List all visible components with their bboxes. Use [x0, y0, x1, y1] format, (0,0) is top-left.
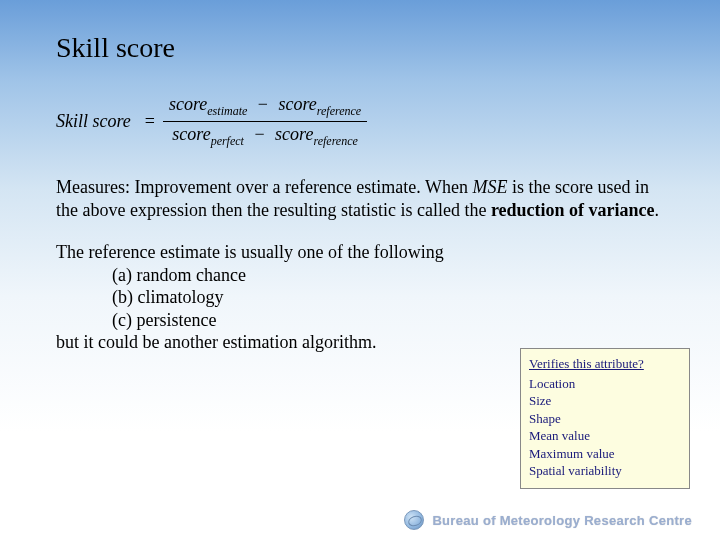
den-left: score [172, 124, 210, 144]
callout-item: Mean value [529, 427, 681, 445]
equals-sign: = [145, 111, 155, 132]
measures-period: . [655, 200, 660, 220]
callout-item: Location [529, 375, 681, 393]
option-c: (c) persistence [56, 309, 664, 332]
measures-paragraph: Measures: Improvement over a reference e… [56, 176, 664, 221]
slide-title: Skill score [56, 32, 664, 64]
reduction-of-variance: reduction of variance [491, 200, 655, 220]
callout-item: Size [529, 392, 681, 410]
num-left: score [169, 94, 207, 114]
reference-paragraph: The reference estimate is usually one of… [56, 241, 664, 354]
callout-item: Shape [529, 410, 681, 428]
num-right-sub: reference [317, 104, 361, 118]
option-b: (b) climatology [56, 286, 664, 309]
option-a: (a) random chance [56, 264, 664, 287]
measures-lead: Measures: [56, 177, 130, 197]
measures-text1: Improvement over a reference estimate. W… [130, 177, 473, 197]
num-left-sub: estimate [207, 104, 247, 118]
footer-text: Bureau of Meteorology Research Centre [432, 513, 692, 528]
den-right: score [275, 124, 313, 144]
formula-fraction: scoreestimate − scorereference scoreperf… [163, 92, 367, 150]
callout-item: Spatial variability [529, 462, 681, 480]
callout-item: Maximum value [529, 445, 681, 463]
mse-term: MSE [473, 177, 508, 197]
callout-header: Verifies this attribute? [529, 355, 681, 373]
formula-lhs: Skill score [56, 111, 131, 132]
reference-intro: The reference estimate is usually one of… [56, 241, 664, 264]
num-right: score [278, 94, 316, 114]
den-left-sub: perfect [211, 133, 244, 147]
footer: Bureau of Meteorology Research Centre [404, 510, 692, 530]
den-right-sub: reference [313, 133, 357, 147]
bom-logo-icon [404, 510, 424, 530]
skill-score-formula: Skill score = scoreestimate − scorerefer… [56, 92, 664, 150]
attributes-callout: Verifies this attribute? Location Size S… [520, 348, 690, 489]
